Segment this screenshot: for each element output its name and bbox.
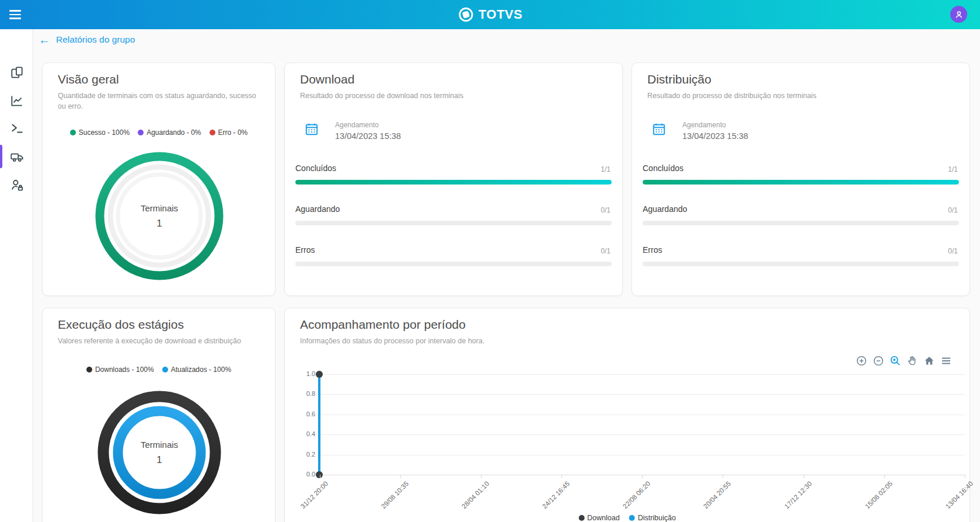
brand-name: TOTVS (479, 7, 522, 22)
back-arrow-icon: ← (39, 34, 50, 46)
schedule-label: Agendamento (335, 121, 379, 129)
sidebar-item-reports[interactable] (9, 93, 25, 108)
x-tick (723, 475, 723, 478)
x-tick (884, 475, 885, 478)
sidebar-item-distribution[interactable] (9, 149, 25, 165)
sidebar-nav (0, 29, 33, 522)
calendar-icon (651, 121, 667, 137)
data-point-marker-bottom (316, 471, 323, 478)
card-title: Distribuição (647, 72, 712, 86)
legend-dot-downloads (86, 367, 92, 373)
menu-icon[interactable] (9, 8, 22, 21)
progress-value: 1/1 (601, 165, 611, 173)
y-tick-label: 0.2 (291, 451, 315, 458)
sidebar-item-devices[interactable] (9, 65, 25, 80)
card-execucao-estagios: Execução dos estágios Valores referente … (42, 308, 275, 522)
home-icon[interactable] (923, 355, 935, 367)
legend-dot-atualizados (162, 367, 168, 373)
card-title: Download (300, 72, 354, 86)
legend-item: Downloads - 100% (86, 366, 154, 374)
progress-bar-erros (643, 262, 959, 266)
x-tick (481, 475, 482, 478)
x-tick (804, 475, 804, 478)
card-title: Visão geral (58, 72, 119, 86)
donut-center: Terminais 1 (97, 390, 222, 515)
data-point-marker-top (316, 371, 323, 378)
card-subtitle: Quantidade de terminais com os status ag… (58, 91, 263, 112)
progress-value: 0/1 (948, 206, 958, 214)
legend-item: Atualizados - 100% (162, 366, 231, 374)
selection-zoom-icon[interactable] (890, 355, 901, 367)
card-subtitle: Resultado do processo de download nos te… (300, 91, 463, 101)
card-title: Acompanhamento por período (300, 318, 466, 332)
zoom-in-icon[interactable] (856, 355, 867, 367)
progress-label: Erros (643, 245, 662, 255)
gridline (320, 415, 965, 415)
top-app-bar: TOTVS (0, 0, 980, 29)
progress-value: 0/1 (601, 206, 611, 214)
legend-dot-aguardando (138, 130, 144, 135)
sidebar-item-user-access[interactable] (9, 178, 25, 193)
progress-bar-concluidos (643, 180, 959, 185)
legend-item: Aguardando - 0% (138, 128, 201, 137)
card-acompanhamento: Acompanhamento por período Informações d… (284, 308, 970, 522)
y-tick-label: 0.4 (291, 430, 315, 437)
donut-chart-visao: Terminais 1 (94, 151, 225, 281)
pan-hand-icon[interactable] (906, 355, 918, 367)
x-tick (642, 475, 643, 478)
user-icon (953, 9, 965, 20)
progress-value: 1/1 (948, 165, 958, 173)
sidebar-item-terminal[interactable] (9, 121, 25, 136)
card-subtitle: Resultado do processo de distribuição no… (647, 91, 817, 101)
donut-chart-execucao: Terminais 1 (97, 390, 222, 515)
gridline (320, 434, 965, 435)
card-subtitle: Valores referente à execução de download… (58, 336, 241, 346)
legend-item-download[interactable]: Download (578, 514, 620, 522)
schedule-value: 13/04/2023 15:38 (335, 131, 401, 141)
active-item-indicator (0, 145, 2, 168)
donut-center: Terminais 1 (94, 151, 225, 281)
schedule-label: Agendamento (682, 121, 726, 129)
progress-value: 0/1 (601, 247, 611, 255)
card-title: Execução dos estágios (58, 318, 184, 332)
legend-dot-erro (210, 130, 215, 135)
card-download: Download Resultado do processo de downlo… (284, 62, 623, 296)
x-tick (965, 475, 965, 478)
user-lock-icon (9, 178, 25, 193)
x-tick (400, 475, 401, 478)
legend-item-distribuicao[interactable]: Distribuição (629, 514, 676, 522)
terminal-icon (9, 121, 25, 136)
card-visao-geral: Visão geral Quantidade de terminais com … (42, 62, 275, 296)
gridline (320, 394, 965, 395)
progress-bar-aguardando (643, 221, 959, 225)
progress-label: Aguardando (295, 204, 340, 214)
card-distribuicao: Distribuição Resultado do processo de di… (632, 62, 970, 296)
user-avatar[interactable] (950, 6, 967, 23)
gridline (320, 455, 965, 455)
legend-dot-distribuicao (629, 515, 635, 521)
legend-dot-download (578, 515, 584, 521)
back-label: Relatórios do grupo (56, 34, 135, 45)
devices-icon (9, 65, 25, 80)
back-link[interactable]: ← Relatórios do grupo (39, 34, 135, 46)
progress-bar-aguardando (295, 221, 612, 225)
series-line (318, 374, 320, 475)
zoom-out-icon[interactable] (873, 355, 884, 367)
x-tick (320, 475, 320, 478)
progress-label: Concluídos (643, 163, 683, 173)
truck-icon (9, 149, 25, 165)
y-tick-label: 0.6 (291, 410, 315, 417)
legend-item: Sucesso - 100% (70, 128, 130, 137)
calendar-icon (304, 121, 319, 137)
y-tick-label: 0.8 (291, 390, 315, 397)
y-tick-label: 0.0 (291, 471, 315, 478)
menu-icon[interactable] (940, 355, 952, 367)
y-tick-label: 1.0 (291, 370, 315, 377)
progress-bar-concluidos (295, 180, 612, 185)
progress-label: Concluídos (295, 163, 336, 173)
gridline (320, 374, 965, 375)
progress-bar-erros (295, 262, 612, 266)
card-subtitle: Informações do status do processo por in… (300, 336, 484, 346)
totvs-logo: TOTVS (458, 0, 522, 29)
progress-label: Aguardando (643, 204, 687, 214)
